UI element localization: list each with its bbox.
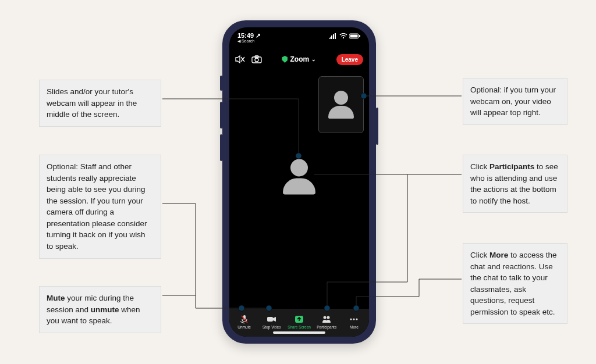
callout-participants: Click Participants to see who is attendi… xyxy=(463,155,567,213)
more-button[interactable]: More xyxy=(340,314,368,329)
part-pre: Click xyxy=(470,162,489,171)
phone-frame: 15:49 ↗ ◀ Search Zoom ⌄ xyxy=(222,20,376,344)
svg-rect-6 xyxy=(350,35,358,38)
stopvideo-label: Stop Video xyxy=(262,325,281,329)
callout-webcam-text: Optional: if you turn your webcam on, yo… xyxy=(470,85,556,117)
callout-slides-text: Slides and/or your tutor's webcam will a… xyxy=(47,87,137,119)
participants-button[interactable]: Participants xyxy=(313,314,340,329)
status-left: 15:49 ↗ ◀ Search xyxy=(237,32,261,44)
svg-rect-1 xyxy=(331,35,332,39)
diagram-canvas: Slides and/or your tutor's webcam will a… xyxy=(0,0,596,364)
status-back-search[interactable]: ◀ Search xyxy=(237,39,261,44)
main-avatar-icon xyxy=(283,159,315,194)
notch xyxy=(267,27,331,41)
mute-word: Mute xyxy=(47,294,65,302)
callout-staff: Optional: Staff and other students reall… xyxy=(39,155,161,259)
more-pre: Click xyxy=(470,251,489,259)
svg-point-12 xyxy=(255,58,258,62)
unmute-label: Unmute xyxy=(237,325,251,329)
wifi-icon xyxy=(339,33,347,39)
volume-down xyxy=(220,134,222,161)
status-right xyxy=(329,33,361,39)
svg-point-20 xyxy=(350,318,352,320)
more-icon xyxy=(349,314,359,324)
callout-more: Click More to access the chat and reacti… xyxy=(463,243,567,324)
flip-camera-icon[interactable] xyxy=(251,55,262,63)
callout-staff-text: Optional: Staff and other students reall… xyxy=(47,162,147,251)
unmute-button[interactable]: Unmute xyxy=(230,314,258,329)
avatar-icon xyxy=(328,91,354,119)
volume-up xyxy=(220,102,222,129)
mute-switch xyxy=(220,76,222,91)
leave-label: Leave xyxy=(342,56,358,63)
svg-rect-7 xyxy=(359,35,360,37)
svg-rect-16 xyxy=(267,317,273,322)
video-area[interactable] xyxy=(229,71,369,311)
svg-point-18 xyxy=(324,316,327,319)
svg-point-19 xyxy=(327,316,330,319)
unmute-word: unmute xyxy=(91,305,119,314)
svg-point-4 xyxy=(343,37,344,38)
stop-video-button[interactable]: Stop Video xyxy=(258,314,285,329)
battery-icon xyxy=(349,33,361,39)
status-time: 15:49 ↗ xyxy=(237,32,261,39)
more-bold: More xyxy=(489,251,508,259)
phone-screen: 15:49 ↗ ◀ Search Zoom ⌄ xyxy=(229,27,369,337)
video-camera-icon xyxy=(267,314,277,324)
svg-point-21 xyxy=(353,318,355,320)
participants-label: Participants xyxy=(317,325,336,329)
more-post: to access the chat and reactions. Use th… xyxy=(470,251,557,316)
zoom-title-text: Zoom xyxy=(290,55,309,63)
zoom-title[interactable]: Zoom ⌄ xyxy=(282,55,316,63)
svg-point-22 xyxy=(356,318,358,320)
svg-rect-3 xyxy=(335,33,336,39)
sharescreen-label: Share Screen xyxy=(288,325,311,329)
home-indicator[interactable] xyxy=(273,331,325,334)
callout-mute: Mute your mic during the session and unm… xyxy=(39,286,161,333)
speaker-muted-icon[interactable] xyxy=(235,55,246,64)
leave-button[interactable]: Leave xyxy=(336,54,363,65)
zoom-app-bar: Zoom ⌄ Leave xyxy=(229,51,369,68)
svg-rect-2 xyxy=(333,34,334,39)
chevron-down-icon: ⌄ xyxy=(311,56,316,62)
shield-icon xyxy=(282,56,288,63)
self-video-pip[interactable] xyxy=(318,76,364,133)
share-screen-button[interactable]: Share Screen xyxy=(285,314,313,329)
share-screen-icon xyxy=(294,314,304,324)
more-label: More xyxy=(350,325,359,329)
participants-icon xyxy=(321,314,332,324)
microphone-muted-icon xyxy=(240,314,249,324)
callout-webcam: Optional: if you turn your webcam on, yo… xyxy=(463,78,567,125)
callout-slides: Slides and/or your tutor's webcam will a… xyxy=(39,80,161,127)
power-button xyxy=(376,108,378,145)
part-bold: Participants xyxy=(489,162,534,171)
